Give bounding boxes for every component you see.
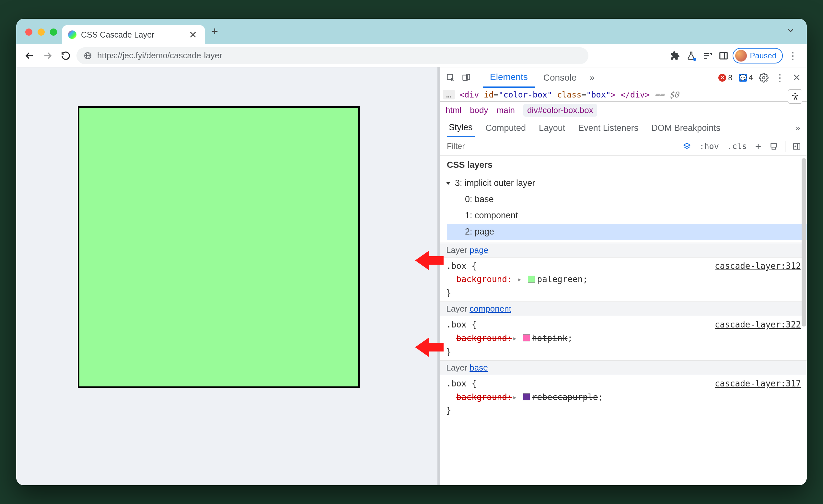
- cls-toggle[interactable]: .cls: [726, 142, 748, 151]
- profile-paused-pill[interactable]: Paused: [732, 48, 783, 63]
- extensions-icon[interactable]: [668, 48, 682, 63]
- styles-filter-input[interactable]: [447, 137, 644, 155]
- devtools-panel: Elements Console » ✕8 💬4 ⋮ ✕: [440, 67, 807, 485]
- hov-toggle[interactable]: :hov: [698, 142, 720, 151]
- breadcrumb-item-selected[interactable]: div#color-box.box: [523, 104, 597, 117]
- svg-point-16: [795, 93, 796, 94]
- dom-ellipsis-icon[interactable]: …: [443, 90, 455, 100]
- subtabs-more-icon[interactable]: »: [796, 123, 800, 133]
- dom-selected-node[interactable]: … <div id="color-box" class="box"> </div…: [440, 88, 807, 102]
- subtab-event-listeners[interactable]: Event Listeners: [576, 119, 640, 137]
- color-swatch-icon[interactable]: [523, 334, 530, 341]
- rule-value[interactable]: palegreen: [537, 274, 583, 284]
- layer-tree-item-selected[interactable]: 2: page: [447, 224, 807, 240]
- paused-label: Paused: [750, 51, 776, 60]
- devtools-splitter[interactable]: [438, 67, 440, 485]
- svg-marker-17: [684, 143, 690, 147]
- svg-marker-11: [415, 337, 444, 357]
- subtab-dom-breakpoints[interactable]: DOM Breakpoints: [649, 119, 722, 137]
- layer-tree-item[interactable]: 0: base: [447, 191, 807, 208]
- expand-shorthand-icon[interactable]: ▸: [517, 274, 522, 285]
- scrollbar[interactable]: [802, 158, 806, 327]
- tab-elements[interactable]: Elements: [483, 67, 535, 88]
- rule-selector[interactable]: .box {: [446, 379, 477, 388]
- devtools-menu-icon[interactable]: ⋮: [772, 72, 788, 83]
- breadcrumb-item[interactable]: main: [497, 105, 515, 115]
- rule-source-link[interactable]: cascade-layer:322: [715, 318, 801, 332]
- url-text: https://jec.fyi/demo/cascade-layer: [97, 50, 222, 60]
- experiments-icon[interactable]: [684, 48, 698, 63]
- settings-icon[interactable]: [757, 71, 771, 85]
- tabs-overflow-icon[interactable]: [786, 26, 802, 44]
- devtools-close-icon[interactable]: ✕: [789, 70, 804, 85]
- computed-panel-toggle-icon[interactable]: [791, 141, 802, 152]
- inspect-element-icon[interactable]: [444, 70, 458, 85]
- svg-marker-10: [415, 250, 444, 271]
- rule-selector[interactable]: .box {: [446, 320, 477, 329]
- rule-selector[interactable]: .box {: [446, 261, 477, 271]
- tab-strip: CSS Cascade Layer ✕ +: [16, 19, 807, 44]
- rule-source-link[interactable]: cascade-layer:312: [715, 260, 801, 273]
- breadcrumb-item[interactable]: body: [470, 105, 488, 115]
- back-button[interactable]: [22, 48, 37, 63]
- minimize-window-icon[interactable]: [38, 28, 45, 36]
- site-info-icon[interactable]: [84, 51, 92, 60]
- error-count[interactable]: ✕8: [716, 73, 735, 82]
- expand-shorthand-icon[interactable]: ▸: [512, 391, 517, 403]
- toggle-layers-icon[interactable]: [681, 141, 692, 152]
- color-swatch-icon[interactable]: [528, 276, 535, 283]
- subtab-computed[interactable]: Computed: [484, 119, 528, 137]
- fullscreen-window-icon[interactable]: [50, 28, 57, 36]
- reading-list-icon[interactable]: [700, 48, 714, 63]
- accessibility-icon[interactable]: [788, 90, 802, 104]
- rule-prop[interactable]: background:: [456, 274, 512, 284]
- rule-layer-link[interactable]: component: [470, 304, 511, 314]
- rule-layer-link[interactable]: page: [470, 245, 488, 255]
- device-toolbar-icon[interactable]: [459, 70, 473, 85]
- layer-tree-item[interactable]: 1: component: [447, 208, 807, 224]
- reload-button[interactable]: [58, 48, 73, 63]
- new-rule-button[interactable]: +: [754, 141, 763, 152]
- browser-window: CSS Cascade Layer ✕ + https://jec.fyi/de…: [16, 19, 807, 485]
- svg-rect-8: [720, 52, 727, 59]
- rule-layer-link[interactable]: base: [470, 363, 488, 372]
- devtools-tabbar: Elements Console » ✕8 💬4 ⋮ ✕: [440, 67, 807, 88]
- tab-console[interactable]: Console: [536, 67, 584, 88]
- subtab-styles[interactable]: Styles: [447, 119, 475, 137]
- rule-layer-label: Layer page: [440, 243, 807, 258]
- rule-value[interactable]: rebeccapurple: [532, 392, 598, 402]
- rule-prop[interactable]: background:: [456, 333, 512, 343]
- style-rule: Layer component cascade-layer:322 .box {…: [440, 302, 807, 360]
- content-area: Elements Console » ✕8 💬4 ⋮ ✕: [16, 67, 807, 485]
- subtab-layout[interactable]: Layout: [537, 119, 567, 137]
- toolbar: https://jec.fyi/demo/cascade-layer: [16, 44, 807, 67]
- css-layers-tree: 3: implicit outer layer 0: base 1: compo…: [440, 175, 807, 242]
- caret-down-icon: [446, 182, 451, 185]
- color-swatch-icon[interactable]: [523, 393, 530, 400]
- tab-close-icon[interactable]: ✕: [187, 29, 199, 40]
- browser-tab[interactable]: CSS Cascade Layer ✕: [62, 25, 205, 44]
- rule-layer-label: Layer base: [440, 361, 807, 375]
- styles-filter-row: :hov .cls +: [440, 137, 807, 156]
- rule-value[interactable]: hotpink: [532, 333, 568, 343]
- breadcrumb-item[interactable]: html: [446, 105, 461, 115]
- rule-source-link[interactable]: cascade-layer:317: [715, 377, 801, 391]
- print-media-icon[interactable]: [768, 141, 779, 152]
- tabs-more-icon[interactable]: »: [585, 72, 599, 83]
- close-window-icon[interactable]: [25, 28, 32, 36]
- annotation-arrow-icon: [415, 336, 444, 359]
- window-controls: [21, 28, 62, 44]
- rule-prop[interactable]: background:: [456, 392, 512, 402]
- side-panel-icon[interactable]: [716, 48, 731, 63]
- page-viewport: [16, 67, 438, 485]
- expand-shorthand-icon[interactable]: ▸: [512, 332, 517, 344]
- layer-tree-root[interactable]: 3: implicit outer layer: [447, 175, 807, 191]
- forward-button[interactable]: [40, 48, 55, 63]
- chrome-menu-icon[interactable]: ⋮: [785, 50, 801, 61]
- message-count[interactable]: 💬4: [736, 73, 756, 82]
- favicon-icon: [68, 30, 76, 39]
- svg-point-15: [763, 76, 765, 79]
- svg-rect-18: [771, 144, 776, 147]
- new-tab-button[interactable]: +: [205, 25, 224, 44]
- address-bar[interactable]: https://jec.fyi/demo/cascade-layer: [76, 47, 589, 64]
